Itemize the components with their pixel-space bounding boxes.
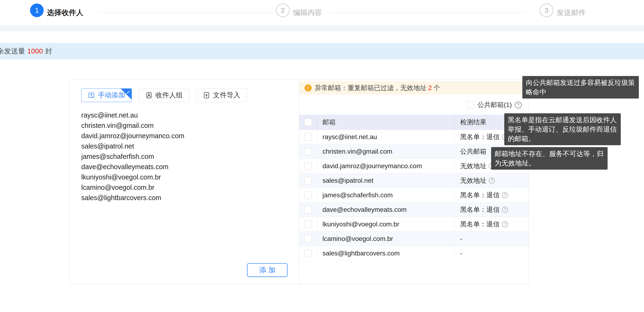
email-line: raysc@iinet.net.au (81, 110, 184, 120)
row-email: christen.vin@gmail.com (317, 144, 455, 159)
warning-suffix: 个 (434, 83, 440, 92)
row-email: david.jamroz@journeymanco.com (317, 159, 455, 173)
add-button[interactable]: 添 加 (247, 263, 288, 277)
row-email: sales@lightbarcovers.com (317, 246, 455, 260)
public-mailbox-checkbox[interactable] (467, 101, 474, 109)
row-checkbox[interactable] (304, 235, 312, 243)
step-connector (99, 12, 273, 13)
step-2-circle: 2 (276, 3, 290, 17)
row-checkbox[interactable] (304, 206, 312, 214)
recipient-panel: 手动添加 ✓ 收件人组 文件导入 ray (69, 79, 529, 284)
email-line: david.jamroz@journeymanco.com (81, 131, 184, 141)
detection-section: ! 异常邮箱：重复邮箱已过滤，无效地址 2 个 公共邮箱(1) ? 邮箱 检测结… (299, 79, 529, 284)
detection-table: 邮箱 检测结果 raysc@iinet.net.au 黑名单：退信 ? chri… (299, 115, 529, 261)
help-icon[interactable]: ? (502, 192, 508, 198)
table-row: lcamino@voegol.com.br - (299, 232, 529, 246)
row-checkbox[interactable] (304, 191, 312, 199)
recipient-group-icon (146, 92, 152, 99)
step-3-circle: 3 (540, 3, 553, 17)
tab-recipient-group[interactable]: 收件人组 (139, 88, 189, 102)
help-icon[interactable]: ? (515, 102, 522, 108)
warning-text: 异常邮箱：重复邮箱已过滤，无效地址 (315, 83, 426, 92)
row-result: 黑名单：退信 (460, 133, 500, 141)
email-line: lkuniyoshi@voegol.com.br (81, 172, 184, 182)
tooltip-blacklist: 黑名单是指在云邮通发送后因收件人举报、手动退订、反垃圾邮件而退信的邮箱。 (504, 113, 621, 145)
manual-add-icon (88, 92, 95, 99)
row-result: 黑名单：退信 (460, 220, 500, 229)
quota-value: 1000 (27, 47, 43, 55)
table-header: 邮箱 检测结果 (299, 115, 529, 130)
step-3-label: 发送邮件 (557, 0, 586, 25)
header-divider-strip (0, 25, 644, 31)
add-mode-tabs: 手动添加 ✓ 收件人组 文件导入 (81, 88, 247, 102)
select-all-checkbox[interactable] (304, 118, 312, 126)
table-row: james@schaferfish.com 黑名单：退信 ? (299, 188, 529, 202)
public-mailbox-label: 公共邮箱(1) (478, 100, 512, 109)
step-connector (329, 12, 526, 13)
row-email: james@schaferfish.com (317, 188, 455, 202)
row-checkbox[interactable] (304, 221, 312, 228)
row-result: 无效地址 (460, 162, 486, 171)
step-indicator: 1 选择收件人 2 编辑内容 3 发送邮件 (0, 0, 644, 25)
row-email: lkuniyoshi@voegol.com.br (317, 217, 455, 231)
quota-prefix: 余发送量 (0, 47, 25, 55)
row-email: lcamino@voegol.com.br (317, 232, 455, 246)
row-checkbox[interactable] (304, 250, 312, 257)
row-result: 无效地址 (460, 176, 486, 185)
row-checkbox[interactable] (304, 148, 312, 155)
help-icon[interactable]: ? (502, 221, 508, 227)
row-result: 黑名单：退信 (460, 205, 500, 214)
tab-file-import-label: 文件导入 (213, 90, 240, 100)
public-mailbox-filter-row: 公共邮箱(1) ? (467, 101, 522, 109)
table-row: lkuniyoshi@voegol.com.br 黑名单：退信 ? (299, 217, 529, 232)
quota-suffix: 封 (45, 47, 52, 55)
alert-icon: ! (304, 84, 312, 91)
tooltip-invalid-address: 邮箱地址不存在、服务不可达等，归为无效地址。 (491, 147, 608, 170)
email-column-header: 邮箱 (317, 115, 455, 129)
invalid-count: 2 (428, 84, 432, 92)
row-result: 黑名单：退信 (460, 191, 500, 200)
row-checkbox[interactable] (304, 162, 312, 170)
row-checkbox[interactable] (304, 177, 312, 184)
quota-notice-bar: 余发送量1000封 (0, 43, 644, 59)
row-email: raysc@iinet.net.au (317, 130, 455, 144)
row-checkbox[interactable] (304, 133, 312, 141)
abnormal-mailbox-warning: ! 异常邮箱：重复邮箱已过滤，无效地址 2 个 (299, 81, 529, 94)
manual-email-input-area[interactable]: raysc@iinet.net.au christen.vin@gmail.co… (81, 110, 184, 203)
email-line: james@schaferfish.com (81, 151, 184, 162)
tab-file-import[interactable]: 文件导入 (196, 88, 247, 102)
row-email: dave@echovalleymeats.com (317, 202, 455, 217)
table-row: dave@echovalleymeats.com 黑名单：退信 ? (299, 202, 529, 217)
tooltip-public-mailbox: 向公共邮箱发送过多容易被反垃圾策略命中 (522, 76, 639, 98)
step-1-label: 选择收件人 (47, 0, 84, 25)
row-result: - (460, 250, 462, 257)
email-line: sales@lightbarcovers.com (81, 193, 184, 203)
table-row: sales@lightbarcovers.com - (299, 246, 529, 261)
email-line: dave@echovalleymeats.com (81, 162, 184, 172)
table-row: sales@ipatrol.net 无效地址 ? (299, 173, 529, 188)
file-import-icon (203, 92, 210, 99)
help-icon[interactable]: ? (502, 207, 508, 213)
email-line: lcamino@voegol.com.br (81, 182, 184, 193)
row-result: - (460, 235, 462, 243)
table-row: raysc@iinet.net.au 黑名单：退信 ? (299, 130, 529, 144)
help-icon[interactable]: ? (489, 178, 495, 184)
tab-manual-add[interactable]: 手动添加 ✓ (81, 88, 132, 102)
email-line: sales@ipatrol.net (81, 141, 184, 151)
step-2-label: 编辑内容 (293, 0, 322, 25)
row-result: 公共邮箱 (460, 147, 486, 156)
email-line: christen.vin@gmail.com (81, 120, 184, 131)
step-1-circle: 1 (30, 3, 44, 17)
tab-recipient-group-label: 收件人组 (156, 90, 183, 100)
row-email: sales@ipatrol.net (317, 173, 455, 188)
check-icon: ✓ (126, 89, 130, 95)
